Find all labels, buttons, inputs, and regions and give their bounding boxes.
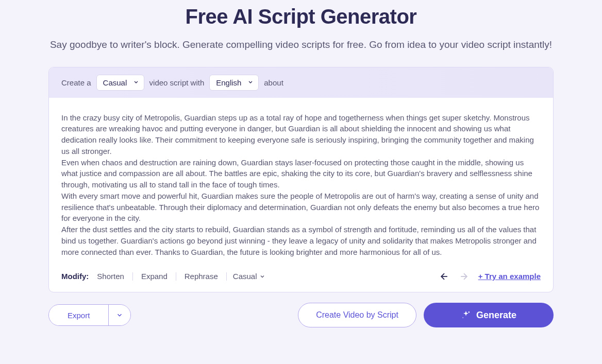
casual-dropdown[interactable]: Casual — [233, 272, 265, 281]
language-select[interactable]: English — [209, 75, 259, 91]
script-textarea[interactable]: In the crazy busy city of Metropolis, Gu… — [61, 112, 541, 258]
panel-footer: Modify: Shorten Expand Rephrase Casual — [49, 267, 553, 292]
panel-body: In the crazy busy city of Metropolis, Gu… — [49, 98, 553, 267]
generate-label: Generate — [476, 310, 516, 321]
export-group: Export — [48, 304, 131, 326]
modify-row: Modify: Shorten Expand Rephrase Casual — [61, 271, 265, 282]
arrow-right-icon — [459, 271, 469, 282]
export-button[interactable]: Export — [49, 305, 108, 325]
export-dropdown-button[interactable] — [108, 305, 130, 325]
create-a-label: Create a — [61, 78, 91, 87]
rephrase-button[interactable]: Rephrase — [182, 271, 220, 282]
tone-select[interactable]: Casual — [96, 75, 144, 91]
divider — [132, 272, 133, 281]
script-panel: Create a Casual video script with Englis… — [48, 67, 554, 293]
panel-header: Create a Casual video script with Englis… — [49, 67, 553, 98]
page-subtitle: Say goodbye to writer's block. Generate … — [48, 38, 554, 53]
chevron-down-icon — [116, 311, 123, 319]
create-video-button[interactable]: Create Video by Script — [298, 303, 416, 327]
svg-point-2 — [469, 311, 470, 313]
svg-point-3 — [462, 317, 463, 318]
history-row: + Try an example — [439, 271, 541, 282]
expand-button[interactable]: Expand — [139, 271, 170, 282]
modify-label: Modify: — [61, 272, 89, 281]
prev-arrow-button[interactable] — [439, 271, 449, 282]
try-example-link[interactable]: + Try an example — [478, 272, 541, 281]
mid-text-label: video script with — [149, 78, 205, 87]
shorten-button[interactable]: Shorten — [95, 271, 126, 282]
divider — [176, 272, 176, 281]
chevron-down-icon — [259, 273, 265, 280]
about-label: about — [264, 78, 283, 87]
page-title: Free AI Script Generator — [48, 5, 554, 28]
generate-button[interactable]: Generate — [424, 303, 554, 327]
divider — [226, 272, 227, 281]
bottom-actions: Export Create Video by Script Generate — [48, 303, 554, 327]
arrow-left-icon — [439, 271, 449, 282]
sparkle-icon — [461, 310, 471, 320]
next-arrow-button[interactable] — [459, 271, 469, 282]
casual-label: Casual — [233, 272, 257, 281]
